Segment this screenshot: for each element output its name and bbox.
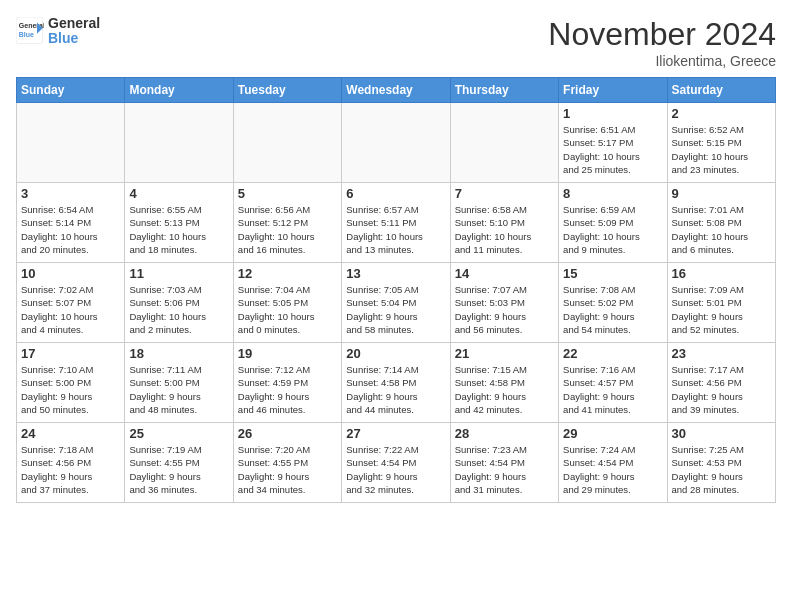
day-number: 6 [346, 186, 445, 201]
calendar-day-cell: 22Sunrise: 7:16 AM Sunset: 4:57 PM Dayli… [559, 343, 667, 423]
day-number: 12 [238, 266, 337, 281]
calendar-day-cell: 11Sunrise: 7:03 AM Sunset: 5:06 PM Dayli… [125, 263, 233, 343]
day-number: 1 [563, 106, 662, 121]
calendar-day-cell: 17Sunrise: 7:10 AM Sunset: 5:00 PM Dayli… [17, 343, 125, 423]
calendar-day-cell: 4Sunrise: 6:55 AM Sunset: 5:13 PM Daylig… [125, 183, 233, 263]
day-number: 25 [129, 426, 228, 441]
day-info: Sunrise: 7:14 AM Sunset: 4:58 PM Dayligh… [346, 363, 445, 416]
weekday-header: Tuesday [233, 78, 341, 103]
weekday-header: Friday [559, 78, 667, 103]
calendar-day-cell: 29Sunrise: 7:24 AM Sunset: 4:54 PM Dayli… [559, 423, 667, 503]
calendar-day-cell: 15Sunrise: 7:08 AM Sunset: 5:02 PM Dayli… [559, 263, 667, 343]
day-number: 13 [346, 266, 445, 281]
day-info: Sunrise: 7:19 AM Sunset: 4:55 PM Dayligh… [129, 443, 228, 496]
day-number: 14 [455, 266, 554, 281]
calendar-day-cell: 23Sunrise: 7:17 AM Sunset: 4:56 PM Dayli… [667, 343, 775, 423]
calendar-day-cell: 28Sunrise: 7:23 AM Sunset: 4:54 PM Dayli… [450, 423, 558, 503]
calendar-day-cell [125, 103, 233, 183]
day-number: 7 [455, 186, 554, 201]
day-info: Sunrise: 7:22 AM Sunset: 4:54 PM Dayligh… [346, 443, 445, 496]
calendar-day-cell: 20Sunrise: 7:14 AM Sunset: 4:58 PM Dayli… [342, 343, 450, 423]
day-number: 3 [21, 186, 120, 201]
day-info: Sunrise: 7:16 AM Sunset: 4:57 PM Dayligh… [563, 363, 662, 416]
day-number: 22 [563, 346, 662, 361]
day-info: Sunrise: 7:08 AM Sunset: 5:02 PM Dayligh… [563, 283, 662, 336]
day-number: 15 [563, 266, 662, 281]
calendar-day-cell [450, 103, 558, 183]
day-info: Sunrise: 7:02 AM Sunset: 5:07 PM Dayligh… [21, 283, 120, 336]
calendar-day-cell [17, 103, 125, 183]
day-info: Sunrise: 7:15 AM Sunset: 4:58 PM Dayligh… [455, 363, 554, 416]
day-info: Sunrise: 6:59 AM Sunset: 5:09 PM Dayligh… [563, 203, 662, 256]
weekday-header: Thursday [450, 78, 558, 103]
day-number: 21 [455, 346, 554, 361]
calendar-day-cell: 16Sunrise: 7:09 AM Sunset: 5:01 PM Dayli… [667, 263, 775, 343]
calendar-day-cell: 5Sunrise: 6:56 AM Sunset: 5:12 PM Daylig… [233, 183, 341, 263]
day-number: 16 [672, 266, 771, 281]
day-info: Sunrise: 6:52 AM Sunset: 5:15 PM Dayligh… [672, 123, 771, 176]
calendar-day-cell [233, 103, 341, 183]
day-number: 5 [238, 186, 337, 201]
page-header: General Blue GeneralBlue November 2024 I… [16, 16, 776, 69]
day-info: Sunrise: 7:18 AM Sunset: 4:56 PM Dayligh… [21, 443, 120, 496]
day-info: Sunrise: 7:10 AM Sunset: 5:00 PM Dayligh… [21, 363, 120, 416]
calendar-week-row: 17Sunrise: 7:10 AM Sunset: 5:00 PM Dayli… [17, 343, 776, 423]
title-block: November 2024 Iliokentima, Greece [548, 16, 776, 69]
calendar-day-cell: 10Sunrise: 7:02 AM Sunset: 5:07 PM Dayli… [17, 263, 125, 343]
day-number: 23 [672, 346, 771, 361]
day-number: 19 [238, 346, 337, 361]
day-info: Sunrise: 6:55 AM Sunset: 5:13 PM Dayligh… [129, 203, 228, 256]
calendar-day-cell [342, 103, 450, 183]
calendar-day-cell: 19Sunrise: 7:12 AM Sunset: 4:59 PM Dayli… [233, 343, 341, 423]
calendar-day-cell: 2Sunrise: 6:52 AM Sunset: 5:15 PM Daylig… [667, 103, 775, 183]
calendar-week-row: 24Sunrise: 7:18 AM Sunset: 4:56 PM Dayli… [17, 423, 776, 503]
day-info: Sunrise: 7:07 AM Sunset: 5:03 PM Dayligh… [455, 283, 554, 336]
calendar-day-cell: 24Sunrise: 7:18 AM Sunset: 4:56 PM Dayli… [17, 423, 125, 503]
day-number: 27 [346, 426, 445, 441]
day-info: Sunrise: 6:58 AM Sunset: 5:10 PM Dayligh… [455, 203, 554, 256]
day-number: 24 [21, 426, 120, 441]
calendar-day-cell: 27Sunrise: 7:22 AM Sunset: 4:54 PM Dayli… [342, 423, 450, 503]
svg-text:Blue: Blue [19, 31, 34, 38]
day-number: 18 [129, 346, 228, 361]
calendar-day-cell: 13Sunrise: 7:05 AM Sunset: 5:04 PM Dayli… [342, 263, 450, 343]
day-info: Sunrise: 7:09 AM Sunset: 5:01 PM Dayligh… [672, 283, 771, 336]
calendar-day-cell: 26Sunrise: 7:20 AM Sunset: 4:55 PM Dayli… [233, 423, 341, 503]
day-number: 26 [238, 426, 337, 441]
month-title: November 2024 [548, 16, 776, 53]
day-info: Sunrise: 7:23 AM Sunset: 4:54 PM Dayligh… [455, 443, 554, 496]
day-number: 9 [672, 186, 771, 201]
day-number: 2 [672, 106, 771, 121]
day-number: 28 [455, 426, 554, 441]
day-number: 8 [563, 186, 662, 201]
day-info: Sunrise: 6:51 AM Sunset: 5:17 PM Dayligh… [563, 123, 662, 176]
day-info: Sunrise: 6:54 AM Sunset: 5:14 PM Dayligh… [21, 203, 120, 256]
day-info: Sunrise: 7:12 AM Sunset: 4:59 PM Dayligh… [238, 363, 337, 416]
day-number: 17 [21, 346, 120, 361]
weekday-header: Sunday [17, 78, 125, 103]
calendar-day-cell: 18Sunrise: 7:11 AM Sunset: 5:00 PM Dayli… [125, 343, 233, 423]
day-info: Sunrise: 7:05 AM Sunset: 5:04 PM Dayligh… [346, 283, 445, 336]
day-info: Sunrise: 7:01 AM Sunset: 5:08 PM Dayligh… [672, 203, 771, 256]
calendar-day-cell: 25Sunrise: 7:19 AM Sunset: 4:55 PM Dayli… [125, 423, 233, 503]
calendar-day-cell: 14Sunrise: 7:07 AM Sunset: 5:03 PM Dayli… [450, 263, 558, 343]
calendar-day-cell: 8Sunrise: 6:59 AM Sunset: 5:09 PM Daylig… [559, 183, 667, 263]
weekday-header: Wednesday [342, 78, 450, 103]
day-info: Sunrise: 7:24 AM Sunset: 4:54 PM Dayligh… [563, 443, 662, 496]
day-info: Sunrise: 6:56 AM Sunset: 5:12 PM Dayligh… [238, 203, 337, 256]
logo: General Blue GeneralBlue [16, 16, 100, 47]
calendar-day-cell: 12Sunrise: 7:04 AM Sunset: 5:05 PM Dayli… [233, 263, 341, 343]
calendar-header-row: SundayMondayTuesdayWednesdayThursdayFrid… [17, 78, 776, 103]
weekday-header: Monday [125, 78, 233, 103]
day-number: 4 [129, 186, 228, 201]
calendar-day-cell: 3Sunrise: 6:54 AM Sunset: 5:14 PM Daylig… [17, 183, 125, 263]
calendar-day-cell: 6Sunrise: 6:57 AM Sunset: 5:11 PM Daylig… [342, 183, 450, 263]
calendar-week-row: 1Sunrise: 6:51 AM Sunset: 5:17 PM Daylig… [17, 103, 776, 183]
calendar-week-row: 3Sunrise: 6:54 AM Sunset: 5:14 PM Daylig… [17, 183, 776, 263]
day-info: Sunrise: 6:57 AM Sunset: 5:11 PM Dayligh… [346, 203, 445, 256]
calendar-table: SundayMondayTuesdayWednesdayThursdayFrid… [16, 77, 776, 503]
logo-icon: General Blue [16, 17, 44, 45]
day-number: 30 [672, 426, 771, 441]
day-info: Sunrise: 7:03 AM Sunset: 5:06 PM Dayligh… [129, 283, 228, 336]
day-info: Sunrise: 7:11 AM Sunset: 5:00 PM Dayligh… [129, 363, 228, 416]
